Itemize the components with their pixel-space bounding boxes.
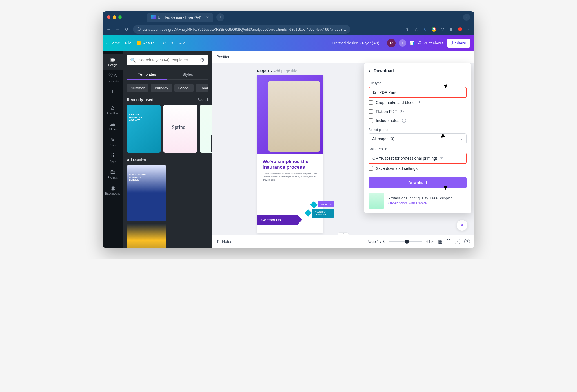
rail-projects[interactable]: 🗀Projects [103, 166, 123, 182]
include-notes-checkbox[interactable]: Include notes i [369, 116, 467, 125]
tabs-dropdown-icon[interactable]: ⌄ [463, 14, 470, 21]
chip-birthday[interactable]: Birthday [151, 84, 172, 92]
panel-tabs: Templates Styles [127, 69, 208, 80]
apps-icon: ⠿ [111, 153, 115, 159]
notes-icon: 🗒 [216, 239, 220, 244]
minimize-window-icon[interactable] [113, 15, 116, 19]
template-thumb[interactable] [200, 105, 212, 153]
close-tab-icon[interactable]: ✕ [206, 15, 209, 19]
menu-icon[interactable]: ⋮ [466, 27, 471, 32]
template-thumb[interactable] [163, 105, 197, 153]
expand-pages-handle[interactable]: ⌃ [338, 232, 349, 236]
rail-draw[interactable]: ✎Draw [103, 134, 123, 150]
crescent-icon[interactable]: ☾ [423, 27, 428, 32]
browser-tab[interactable]: Untitled design - Flyer (A4) ✕ [147, 13, 213, 22]
bookmark-icon[interactable]: ☆ [414, 27, 419, 32]
template-search[interactable]: 🔍 ⚙ [127, 55, 208, 65]
site-info-icon[interactable]: ⓘ [137, 27, 141, 32]
flyer-badge: Retirement Insurance [312, 209, 334, 218]
info-icon[interactable]: i [418, 101, 421, 104]
extensions-icon[interactable]: ⧩ [440, 27, 445, 32]
canvas-toolbar: Position [212, 51, 474, 63]
tab-title: Untitled design - Flyer (A4) [158, 15, 201, 19]
file-type-select[interactable]: 🗎 PDF Print ⌄ [369, 87, 467, 98]
page-indicator[interactable]: Page 1 / 3 [367, 239, 385, 244]
magic-assist-button[interactable]: ✦ [456, 220, 468, 231]
add-collaborator-button[interactable]: + [399, 39, 406, 47]
help-icon[interactable]: ? [464, 239, 470, 244]
zoom-slider[interactable] [389, 241, 422, 242]
new-tab-button[interactable]: + [216, 13, 224, 21]
tab-styles[interactable]: Styles [167, 69, 208, 79]
forward-icon[interactable]: → [115, 27, 121, 32]
share-page-icon[interactable]: ⇪ [405, 27, 410, 32]
user-avatar[interactable]: R [387, 39, 396, 47]
template-thumb[interactable] [127, 105, 161, 153]
rail-uploads[interactable]: ☁Uploads [103, 118, 123, 134]
download-button[interactable]: Download [369, 177, 467, 188]
save-settings-checkbox[interactable]: Save download settings [369, 164, 467, 173]
undo-icon[interactable]: ↶ [163, 41, 166, 45]
rail-text[interactable]: TText [103, 86, 123, 102]
flyer-headline: We've simplified the insurance process [257, 154, 323, 172]
crop-marks-checkbox[interactable]: Crop marks and bleed i [369, 98, 467, 107]
rail-apps[interactable]: ⠿Apps [103, 150, 123, 166]
flatten-pdf-checkbox[interactable]: Flatten PDF i [369, 107, 467, 116]
redo-icon[interactable]: ↷ [170, 41, 174, 45]
fullscreen-icon[interactable]: ⛶ [446, 239, 451, 244]
design-icon: ▦ [110, 56, 116, 63]
share-button[interactable]: ⤴ Share [447, 38, 471, 48]
tab-templates[interactable]: Templates [127, 69, 167, 79]
zoom-level[interactable]: 61% [426, 239, 434, 244]
grid-view-icon[interactable]: ▦ [438, 239, 442, 244]
check-icon[interactable]: ✓ [455, 239, 460, 244]
search-icon: 🔍 [130, 57, 136, 63]
chip-school[interactable]: School [174, 84, 194, 92]
window-controls[interactable] [107, 15, 122, 19]
file-menu[interactable]: File [125, 41, 132, 45]
elements-icon: ♡△ [108, 72, 117, 79]
app-body: ▦Design ♡△Elements TText ⌂Brand Hub ☁Upl… [103, 51, 474, 248]
info-icon[interactable]: i [402, 119, 406, 122]
resize-button[interactable]: Resize [137, 41, 155, 45]
crown-icon [137, 41, 141, 45]
chevron-down-icon: ⌄ [460, 156, 463, 160]
template-thumb[interactable] [127, 165, 166, 221]
uploads-icon: ☁ [110, 121, 116, 127]
back-icon[interactable]: ‹ [369, 68, 370, 74]
chip-food[interactable]: Food [196, 84, 208, 92]
order-prints-link[interactable]: Order prints with Canva [388, 201, 427, 205]
color-profile-label: Color Profile [369, 147, 467, 151]
flyer-hero [257, 75, 323, 154]
notes-button[interactable]: 🗒 Notes [216, 239, 232, 244]
select-pages-select[interactable]: All pages (3) ⌄ [369, 133, 467, 144]
rail-design[interactable]: ▦Design [103, 54, 123, 70]
home-button[interactable]: ‹ Home [106, 41, 120, 45]
back-icon[interactable]: ← [106, 27, 112, 32]
analytics-icon[interactable]: 📊 [410, 41, 414, 45]
template-thumb[interactable] [127, 224, 166, 248]
print-flyers-button[interactable]: 🖶 Print Flyers [418, 41, 443, 45]
cloud-sync-icon[interactable]: ☁✓ [178, 41, 186, 45]
close-window-icon[interactable] [107, 15, 110, 19]
search-settings-icon[interactable]: ⚙ [200, 57, 205, 63]
see-all-link[interactable]: See all [197, 98, 208, 102]
color-profile-select[interactable]: CMYK (best for professional printing) ♛ … [369, 153, 467, 164]
sidepanel-icon[interactable]: ◧ [449, 27, 454, 32]
url-field[interactable]: ⓘ canva.com/design/DAFnwyf4FTo/Yp69usuaK… [133, 25, 350, 34]
design-page[interactable]: We've simplified the insurance process L… [257, 75, 323, 233]
rail-background[interactable]: ◉Background [103, 182, 123, 198]
position-button[interactable]: Position [216, 55, 230, 59]
text-icon: T [111, 88, 114, 95]
rail-brandhub[interactable]: ⌂Brand Hub [103, 102, 123, 118]
projects-icon: 🗀 [110, 169, 116, 175]
maximize-window-icon[interactable] [118, 15, 122, 19]
info-icon[interactable]: i [400, 110, 404, 113]
chip-summer[interactable]: Summer [127, 84, 148, 92]
record-icon[interactable] [458, 27, 462, 31]
reload-icon[interactable]: ⟳ [124, 27, 130, 32]
rail-elements[interactable]: ♡△Elements [103, 70, 123, 86]
search-input[interactable] [139, 58, 197, 62]
chrome-icon[interactable] [432, 27, 436, 32]
document-title[interactable]: Untitled design - Flyer (A4) [332, 41, 380, 45]
